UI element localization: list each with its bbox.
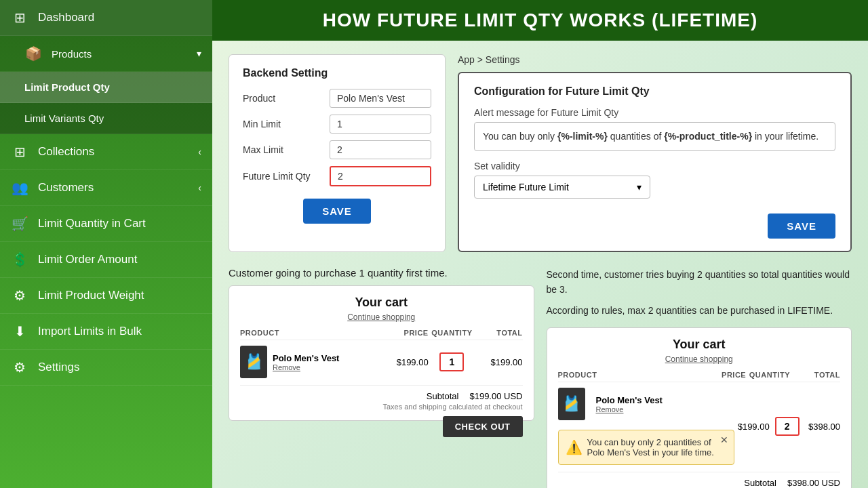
first-cart-title: Your cart bbox=[240, 296, 523, 310]
sidebar-item-label: Limit Product Qty bbox=[24, 81, 110, 93]
col-total-header2: TOTAL bbox=[793, 371, 840, 379]
mid-row: Customer going to purchase 1 quantity fi… bbox=[229, 267, 852, 488]
cart-item-name1: Polo Men's Vest bbox=[273, 353, 339, 363]
alert-message-box: You can buy only {%-limit-%} quantities … bbox=[474, 122, 835, 151]
col-price-header2: PRICE bbox=[699, 371, 746, 379]
checkout-button1[interactable]: CHECK OUT bbox=[443, 416, 523, 437]
product-input[interactable] bbox=[330, 89, 431, 108]
page-title: HOW FUTURE LIMIT QTY WORKS (LIFETIME) bbox=[233, 9, 848, 31]
min-limit-input[interactable] bbox=[330, 115, 431, 134]
first-cart-section: Customer going to purchase 1 quantity fi… bbox=[229, 267, 534, 437]
products-icon: 📦 bbox=[24, 45, 42, 62]
future-limit-label: Future Limit Qty bbox=[243, 171, 324, 182]
second-cart-desc1: Second time, customer tries buying 2 qua… bbox=[547, 269, 850, 295]
cart-qty-cell2: 2 bbox=[770, 417, 805, 436]
cart-price-cell2: $199.00 bbox=[734, 422, 770, 432]
alert-text-after: in your lifetime. bbox=[752, 131, 818, 142]
future-limit-input[interactable] bbox=[330, 166, 431, 186]
page-header: HOW FUTURE LIMIT QTY WORKS (LIFETIME) bbox=[212, 0, 868, 41]
cart-total-cell2: $398.00 bbox=[805, 422, 840, 432]
second-cart-header: PRODUCT PRICE QUANTITY TOTAL bbox=[558, 371, 841, 382]
sidebar-item-customers[interactable]: 👥 Customers ‹ bbox=[0, 170, 212, 206]
tooltip-close-button[interactable]: ✕ bbox=[720, 434, 728, 445]
col-total-header: TOTAL bbox=[475, 329, 522, 337]
backend-save-button[interactable]: SAVE bbox=[303, 199, 371, 224]
cart-price-cell1: $199.00 bbox=[381, 357, 428, 367]
cart-item-remove1[interactable]: Remove bbox=[273, 363, 339, 371]
col-price-header: PRICE bbox=[381, 329, 428, 337]
sidebar-item-limit-product-qty[interactable]: Limit Product Qty bbox=[0, 72, 212, 103]
tax-note1: Taxes and shipping calculated at checkou… bbox=[240, 403, 523, 411]
qty-box1[interactable]: 1 bbox=[439, 352, 464, 371]
backend-setting-card: Backend Setting Product Min Limit Max Li… bbox=[229, 54, 446, 252]
sidebar-item-limit-order-amount[interactable]: 💲 Limit Order Amount bbox=[0, 242, 212, 278]
col-product-header: PRODUCT bbox=[240, 329, 381, 337]
continue-shopping-link1[interactable]: Continue shopping bbox=[240, 312, 523, 322]
cart-item-remove2[interactable]: Remove bbox=[596, 405, 663, 413]
col-product-header2: PRODUCT bbox=[558, 371, 699, 379]
subtotal-value1: $199.00 USD bbox=[469, 391, 522, 401]
first-cart-header: PRODUCT PRICE QUANTITY TOTAL bbox=[240, 329, 523, 340]
alert-var1: {%-limit-%} bbox=[557, 131, 608, 142]
sidebar-item-products[interactable]: 📦 Products ▾ bbox=[0, 36, 212, 72]
sidebar-item-limit-variants-qty[interactable]: Limit Variants Qty bbox=[0, 103, 212, 134]
config-save-button[interactable]: SAVE bbox=[768, 214, 835, 239]
chevron-left-icon2: ‹ bbox=[198, 182, 201, 193]
second-cart-mock: Your cart Continue shopping PRODUCT PRIC… bbox=[547, 327, 852, 488]
cart-total-cell1: $199.00 bbox=[475, 357, 522, 367]
sidebar-item-label: Dashboard bbox=[38, 11, 94, 24]
config-section-wrapper: App > Settings Configuration for Future … bbox=[458, 54, 852, 252]
min-limit-label: Min Limit bbox=[243, 119, 324, 129]
main-body: Backend Setting Product Min Limit Max Li… bbox=[212, 41, 868, 488]
max-limit-input[interactable] bbox=[330, 140, 431, 159]
second-cart-subtotal: Subtotal $398.00 USD Taxes and shipping … bbox=[558, 472, 841, 488]
second-cart-desc: Second time, customer tries buying 2 qua… bbox=[547, 267, 852, 318]
first-cart-desc: Customer going to purchase 1 quantity fi… bbox=[229, 267, 534, 279]
cart-item-name2: Polo Men's Vest bbox=[596, 395, 663, 405]
sidebar-item-label: Limit Quantity in Cart bbox=[38, 217, 146, 230]
validity-value: Lifetime Future Limit bbox=[483, 182, 569, 192]
sidebar-item-limit-qty-cart[interactable]: 🛒 Limit Quantity in Cart bbox=[0, 206, 212, 242]
dashboard-icon: ⊞ bbox=[11, 9, 28, 26]
backend-card-title: Backend Setting bbox=[243, 67, 431, 79]
cart-product-cell2: 🎽 Polo Men's Vest Remove ⚠️ You can buy … bbox=[558, 388, 734, 465]
validity-label: Set validity bbox=[474, 161, 835, 171]
vest-image2: 🎽 bbox=[558, 388, 585, 420]
sidebar-item-limit-product-weight[interactable]: ⚙ Limit Product Weight bbox=[0, 278, 212, 314]
import-icon: ⬇ bbox=[11, 323, 28, 340]
top-row: Backend Setting Product Min Limit Max Li… bbox=[229, 54, 852, 252]
weight-icon: ⚙ bbox=[11, 287, 28, 304]
first-cart-row: 🎽 Polo Men's Vest Remove $199.00 1 $199.… bbox=[240, 346, 523, 378]
cart-item-info2: Polo Men's Vest Remove bbox=[596, 395, 663, 413]
sidebar-item-import-limits[interactable]: ⬇ Import Limits in Bulk bbox=[0, 314, 212, 350]
qty-box2[interactable]: 2 bbox=[775, 417, 800, 436]
main-content: HOW FUTURE LIMIT QTY WORKS (LIFETIME) Ba… bbox=[212, 0, 868, 488]
min-limit-row: Min Limit bbox=[243, 115, 431, 134]
alert-text-mid: quantities of bbox=[608, 131, 664, 142]
sidebar-item-dashboard[interactable]: ⊞ Dashboard bbox=[0, 0, 212, 36]
sidebar-item-settings[interactable]: ⚙ Settings bbox=[0, 350, 212, 386]
vest-image: 🎽 bbox=[240, 346, 267, 378]
future-limit-row: Future Limit Qty bbox=[243, 166, 431, 186]
second-cart-row: 🎽 Polo Men's Vest Remove ⚠️ You can buy … bbox=[558, 388, 841, 465]
config-card-title: Configuration for Future Limit Qty bbox=[474, 85, 835, 98]
tooltip-popup: ⚠️ You can buy only 2 quantities of Polo… bbox=[558, 430, 734, 465]
sidebar-item-collections[interactable]: ⊞ Collections ‹ bbox=[0, 134, 212, 170]
sidebar-item-label: Products bbox=[52, 48, 92, 60]
sidebar-item-label: Customers bbox=[38, 181, 94, 195]
continue-shopping-link2[interactable]: Continue shopping bbox=[558, 354, 841, 364]
max-limit-label: Max Limit bbox=[243, 144, 324, 155]
subtotal-label1: Subtotal bbox=[427, 391, 459, 401]
config-card: Configuration for Future Limit Qty Alert… bbox=[458, 72, 852, 252]
subtotal-value2: $398.00 USD bbox=[787, 478, 840, 488]
dropdown-icon: ▾ bbox=[637, 182, 642, 192]
chevron-left-icon: ‹ bbox=[198, 146, 201, 157]
validity-select[interactable]: Lifetime Future Limit ▾ bbox=[474, 176, 650, 199]
cart-icon: 🛒 bbox=[11, 216, 28, 232]
first-cart-subtotal: Subtotal $199.00 USD Taxes and shipping … bbox=[240, 385, 523, 411]
cart-item-info: Polo Men's Vest Remove bbox=[273, 353, 339, 371]
sidebar-item-label: Settings bbox=[38, 361, 79, 374]
alert-message-label: Alert message for Future Limit Qty bbox=[474, 107, 835, 118]
col-qty-header: QUANTITY bbox=[429, 329, 475, 337]
col-qty-header2: QUANTITY bbox=[746, 371, 793, 379]
